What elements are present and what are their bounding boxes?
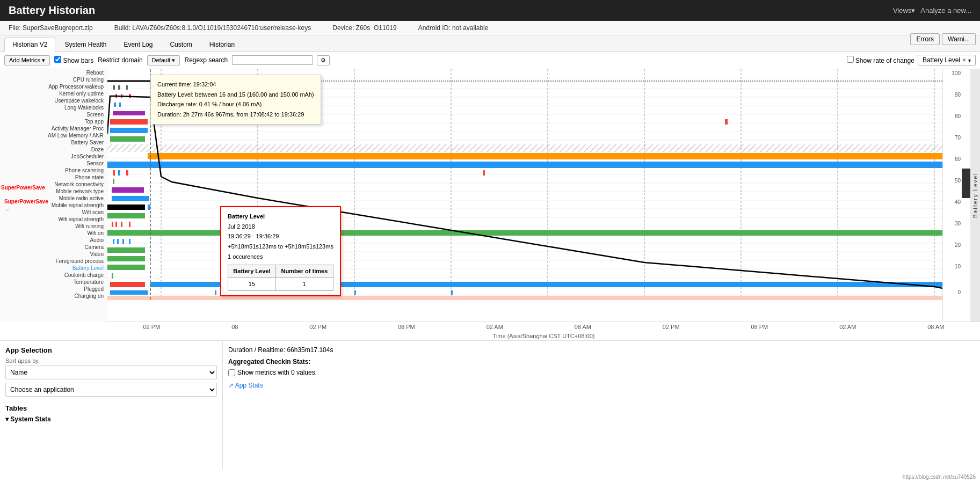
battery-level-popup: Battery Level Jul 2 2018 19:36:29 - 19:3… xyxy=(220,206,341,296)
show-metrics-label: Show metrics with 0 values. xyxy=(237,369,317,376)
sort-apps-select[interactable]: Name xyxy=(5,366,217,379)
device-label: Device: xyxy=(332,24,354,32)
y-label-am-low-memory-/-anr: AM Low Memory / ANR xyxy=(0,132,107,139)
gear-button[interactable]: ⚙ xyxy=(317,55,330,65)
axis-0: 0 xyxy=(957,289,961,295)
battery-level-close-icon[interactable]: × xyxy=(962,56,966,64)
battery-popup-duration-line: +5h18m51s123ms to +5h18m51s123ms xyxy=(228,242,333,252)
tab-event-log[interactable]: Event Log xyxy=(115,38,161,51)
app-selection-title: App Selection xyxy=(5,346,217,354)
device-value: Z60s xyxy=(356,24,371,32)
battery-popup-table: Battery Level Number of times 15 1 xyxy=(228,265,333,290)
file-info-bar: File: SuperSaveBugreport.zip Build: LAVA… xyxy=(0,21,980,35)
x-label-9: 08 AM xyxy=(927,324,944,330)
analyze-link[interactable]: Analyze a new... xyxy=(920,6,971,14)
right-bottom-panel: Duration / Realtime: 66h35m17.104s Aggre… xyxy=(223,341,980,469)
y-label-foreground-process: Foreground process xyxy=(0,258,107,265)
file-name: SuperSaveBugreport.zip xyxy=(23,24,93,32)
choose-app-select[interactable]: Choose an application xyxy=(5,383,217,397)
y-label-sensor: Sensor xyxy=(0,160,107,167)
popup-table-header-level: Battery Level xyxy=(228,265,276,278)
axis-60: 60 xyxy=(955,156,961,162)
svg-rect-74 xyxy=(129,239,130,244)
y-label-kernel-only-uptime: Kernel only uptime xyxy=(0,90,107,97)
y-label-camera: Camera xyxy=(0,244,107,251)
svg-rect-50 xyxy=(110,136,145,142)
x-label-5: 08 AM xyxy=(575,324,591,330)
y-label-wifi-signal-strength: Wifi signal strength xyxy=(0,216,107,223)
axis-50: 50 xyxy=(955,178,961,184)
show-metrics-row: Show metrics with 0 values. xyxy=(228,369,975,376)
show-bars-checkbox[interactable] xyxy=(54,56,61,63)
chart-toolbar: Add Metrics ▾ Show bars Restrict domain … xyxy=(0,52,980,69)
x-label-3: 08 PM xyxy=(398,324,415,330)
tables-section: Tables ▾ System Stats xyxy=(5,404,217,423)
battery-popup-occurrences: 1 occurences xyxy=(228,252,333,262)
battery-level-badge-label: Battery Level xyxy=(923,56,960,64)
device-link-id: O11019 xyxy=(374,24,397,32)
regexp-search-input[interactable] xyxy=(232,55,313,65)
x-label-6: 02 PM xyxy=(663,324,680,330)
android-id-value: not available xyxy=(452,24,488,32)
axis-10: 10 xyxy=(955,264,961,269)
tooltip-battery-level: Battery Level: between 16 and 15 (160.00… xyxy=(157,90,314,100)
y-label-userspace-wakelock: Userspace wakelock xyxy=(0,97,107,104)
duration-label: Duration / Realtime: xyxy=(228,346,285,354)
chart-body[interactable]: Current time: 19:32:04 Battery Level: be… xyxy=(107,69,942,322)
y-label-screen: Screen xyxy=(0,111,107,118)
axis-80: 80 xyxy=(955,113,961,119)
svg-rect-63 xyxy=(107,205,145,210)
restrict-domain-button[interactable]: Default ▾ xyxy=(147,55,180,65)
errors-button[interactable]: Errors xyxy=(910,33,940,45)
file-info-item: File: SuperSaveBugreport.zip xyxy=(9,24,93,32)
sort-apps-label: Sort apps by xyxy=(5,357,217,364)
system-stats-collapse[interactable]: ▾ System Stats xyxy=(5,415,217,423)
add-metrics-button[interactable]: Add Metrics ▾ xyxy=(4,55,50,65)
views-menu[interactable]: Views▾ xyxy=(893,6,915,14)
battery-swatch xyxy=(962,169,970,198)
svg-rect-76 xyxy=(107,256,145,261)
axis-30: 30 xyxy=(955,221,961,227)
aggregated-title: Aggregated Checkin Stats: xyxy=(228,358,975,366)
svg-rect-85 xyxy=(451,290,453,295)
svg-rect-71 xyxy=(113,239,114,244)
svg-rect-45 xyxy=(119,103,121,107)
android-id-item: Android ID: not available xyxy=(418,24,489,32)
warnings-button[interactable]: Warni... xyxy=(942,33,976,45)
battery-level-dropdown-icon[interactable]: ▾ xyxy=(968,57,971,63)
duration-value: 66h35m17.104s xyxy=(287,346,333,354)
x-axis: 02 PM 08 02 PM 08 PM 02 AM 08 AM 02 PM 0… xyxy=(107,322,980,332)
battery-popup-date: Jul 2 2018 xyxy=(228,222,333,232)
y-label-audio: Audio xyxy=(0,237,107,244)
y-label-mobile-signal-strength: Mobile signal strength xyxy=(0,202,107,209)
show-rate-checkbox[interactable] xyxy=(847,56,854,63)
device-link[interactable]: Z60s O11019 xyxy=(356,24,397,32)
duration-line: Duration / Realtime: 66h35m17.104s xyxy=(228,346,975,354)
battery-level-badge: Battery Level × ▾ xyxy=(918,55,976,65)
y-label-wifi-scan: Wifi scan xyxy=(0,209,107,216)
popup-table-header-times: Number of times xyxy=(275,265,333,278)
svg-rect-51 xyxy=(107,144,942,152)
tables-title: Tables xyxy=(5,404,217,412)
svg-rect-83 xyxy=(215,290,216,295)
main-content: Add Metrics ▾ Show bars Restrict domain … xyxy=(0,52,980,469)
toolbar-right: Show rate of change Battery Level × ▾ xyxy=(847,55,976,65)
y-label-top-app: Top app xyxy=(0,118,107,125)
y-label-battery-saver: Battery Saver xyxy=(0,139,107,146)
svg-rect-40 xyxy=(126,85,128,90)
file-label: File: xyxy=(9,24,21,32)
y-label-video: Video xyxy=(0,251,107,258)
y-label-coulomb-charge: Coulomb charge xyxy=(0,272,107,279)
app-stats-link[interactable]: ↗ App Stats xyxy=(228,382,975,389)
y-label-mobile-radio-active: Mobile radio active xyxy=(0,195,107,202)
svg-rect-65 xyxy=(107,213,145,218)
svg-rect-39 xyxy=(118,85,120,90)
chart-container: SuperPowerSave RebootCPU runningApp Proc… xyxy=(0,69,980,322)
svg-rect-72 xyxy=(117,239,119,244)
show-metrics-checkbox[interactable] xyxy=(228,369,235,376)
tab-custom[interactable]: Custom xyxy=(162,38,200,51)
tab-system-health[interactable]: System Health xyxy=(56,38,114,51)
y-label-long-wakelocks: Long Wakelocks xyxy=(0,104,107,111)
tab-historian-v2[interactable]: Historian V2 xyxy=(4,38,55,52)
tab-historian[interactable]: Historian xyxy=(201,38,243,51)
